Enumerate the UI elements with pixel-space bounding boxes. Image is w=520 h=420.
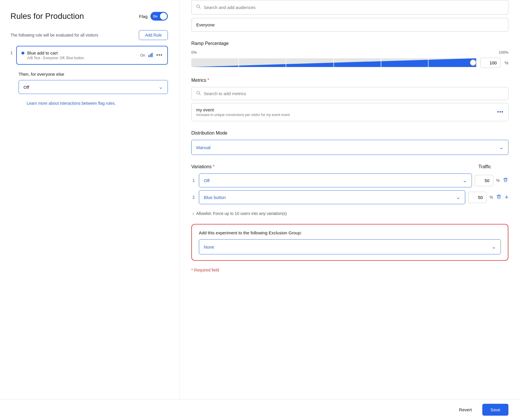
flag-toggle[interactable]: On [150,12,168,21]
metric-item-menu-icon[interactable]: ••• [497,109,503,115]
off-dropdown[interactable]: Off ⌄ [19,80,168,94]
variation-2-number: 2 [191,195,196,200]
svg-line-14 [199,94,201,95]
ramp-percent-input[interactable]: 100 [480,58,501,68]
allowlist-row[interactable]: › Allowlist: Force up to 10 users into a… [191,211,508,216]
variations-section: Variations * Traffic 1 Off ⌄ 50 % [191,164,508,204]
variation-2-chevron-icon: ⌄ [456,194,460,200]
variation-2-traffic-input[interactable]: 50 [468,192,487,203]
save-button[interactable]: Save [482,404,508,416]
distribution-mode-text: Manual [196,145,210,150]
left-panel: Rules for Production Flag On The followi… [0,0,180,399]
flag-toggle-area: Flag On [139,12,168,21]
svg-rect-3 [152,52,153,57]
metrics-search-input[interactable] [204,91,503,96]
rule-card-right: On ••• [140,52,163,59]
svg-rect-1 [150,54,151,57]
rule-description-row: The following rule will be evaluated for… [10,30,168,40]
variation-1-text: Off [204,178,210,183]
variation-1-dropdown[interactable]: Off ⌄ [199,173,472,187]
exclusion-dropdown-text: None [204,245,214,249]
add-variation-icon[interactable]: + [505,193,508,201]
exclusion-title: Add this experiment to the following Exc… [199,230,501,235]
exclusion-section: Add this experiment to the following Exc… [191,224,508,261]
bottom-bar: Revert Save [0,399,520,420]
ramp-slider-svg [191,57,476,68]
ramp-slider-thumb[interactable] [470,59,476,66]
everyone-tag: Everyone [191,18,508,32]
rule-card-info: Blue add to cart A/B Test - Everyone: Of… [27,50,84,60]
variation-1-number: 1 [191,178,196,183]
metric-item-info: my event Increase in unique conversions … [196,107,290,117]
right-panel: Everyone Ramp Percentage 0% 100% [180,0,520,399]
rule-number: 1 [10,46,13,55]
variations-required-asterisk: * [213,164,214,169]
rule-desc-text: The following rule will be evaluated for… [10,33,98,37]
rule-card-subtitle: A/B Test - Everyone: Off, Blue button [27,56,84,60]
metric-event-desc: Increase in unique conversions per visit… [196,113,290,117]
variation-row-2: 2 Blue button ⌄ 50 % + [191,190,508,204]
rule-on-label: On [140,53,145,57]
metrics-section-label: Metrics * [191,78,508,83]
variation-2-text: Blue button [204,195,226,200]
variation-1-percent-sign: % [496,178,500,183]
variation-2-percent-sign: % [490,195,493,200]
metrics-section: Metrics * my event Increase in unique co… [191,78,508,121]
ramp-labels: 0% 100% [191,50,508,55]
variations-title: Variations * [191,164,214,169]
exclusion-dropdown-chevron-icon: ⌄ [492,244,496,250]
ramp-max-label: 100% [499,50,508,55]
revert-button[interactable]: Revert [453,404,478,415]
then-label: Then, for everyone else [19,72,168,77]
ramp-section-label: Ramp Percentage [191,41,508,46]
ramp-percent-sign: % [505,60,508,65]
metric-item: my event Increase in unique conversions … [191,103,508,121]
variation-1-chevron-icon: ⌄ [463,177,467,184]
variation-2-dropdown[interactable]: Blue button ⌄ [199,190,465,204]
variation-row-1: 1 Off ⌄ 50 % [191,173,508,187]
rule-card[interactable]: Blue add to cart A/B Test - Everyone: Of… [16,46,168,65]
rule-menu-dots-icon[interactable]: ••• [156,52,163,58]
off-dropdown-text: Off [23,85,29,90]
distribution-section: Distribution Mode Manual ⌄ [191,131,508,155]
toggle-on-text: On [153,15,157,18]
page-header: Rules for Production Flag On [10,12,168,21]
traffic-label: Traffic [478,164,508,169]
audiences-search-input[interactable] [204,5,503,10]
svg-rect-20 [498,195,500,195]
distribution-mode-dropdown[interactable]: Manual ⌄ [191,140,508,155]
audiences-search-box[interactable] [191,0,508,15]
svg-rect-0 [148,55,149,57]
allowlist-chevron-icon: › [192,211,194,216]
learn-more-link[interactable]: Learn more about interactions between fl… [27,101,116,106]
svg-rect-16 [505,178,506,178]
ramp-slider-container: 100 % [191,57,508,68]
svg-rect-2 [151,53,152,57]
variation-1-traffic-input[interactable]: 50 [475,175,493,186]
metrics-search-box[interactable] [191,87,508,100]
exclusion-group-dropdown[interactable]: None ⌄ [199,239,501,254]
allowlist-text: Allowlist: Force up to 10 users into any… [196,211,287,216]
flag-label: Flag [139,14,148,19]
off-dropdown-chevron-icon: ⌄ [159,84,163,90]
variations-header: Variations * Traffic [191,164,508,169]
variation-1-delete-icon[interactable] [503,177,508,184]
add-rule-button[interactable]: Add Rule [139,30,168,40]
bar-chart-icon[interactable] [148,52,153,59]
rule-card-title: Blue add to cart [27,50,84,55]
metric-event-title: my event [196,107,290,112]
toggle-knob [160,13,167,20]
variation-2-delete-icon[interactable] [496,194,502,201]
audiences-search-icon [196,4,201,10]
distribution-dropdown-chevron-icon: ⌄ [499,144,503,151]
metrics-required-asterisk: * [208,78,209,83]
ramp-min-label: 0% [191,50,197,55]
svg-line-5 [199,8,201,9]
rule-card-left: Blue add to cart A/B Test - Everyone: Of… [21,50,84,60]
distribution-section-label: Distribution Mode [191,131,508,136]
required-field-notice: * Required field [191,268,508,272]
ramp-section: Ramp Percentage 0% 100% [191,41,508,68]
metrics-search-icon [196,91,201,96]
ramp-slider-track[interactable] [191,57,476,68]
rule-item: 1 Blue add to cart A/B Test - Everyone: … [10,46,168,65]
